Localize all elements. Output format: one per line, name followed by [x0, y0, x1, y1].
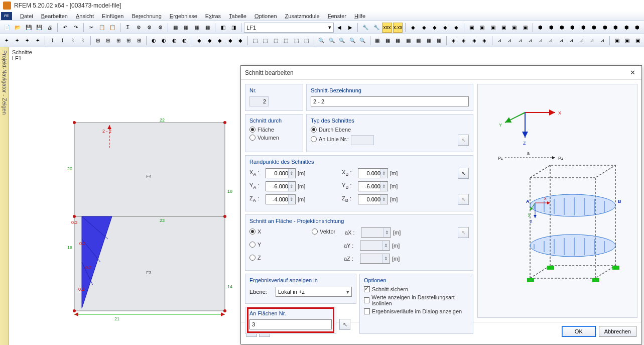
tb-r12-icon[interactable]: ▣	[488, 23, 497, 33]
tb-tool5-icon[interactable]: ▦	[181, 23, 191, 33]
ya-input[interactable]: -6.000	[266, 181, 296, 191]
menu-tabelle[interactable]: Tabelle	[225, 12, 250, 20]
t2-49-icon[interactable]: ⊿	[536, 36, 545, 46]
t2-17-icon[interactable]: ◐	[180, 36, 189, 46]
pick-flaechen-button[interactable]: ↖	[339, 319, 350, 330]
t2-29-icon[interactable]: 🔍	[317, 36, 326, 46]
t2-10-icon[interactable]: ⊞	[103, 36, 112, 46]
t2-46-icon[interactable]: ⊿	[505, 36, 514, 46]
cancel-button[interactable]: Abbrechen	[599, 326, 636, 337]
radio-ebene[interactable]: Durch Ebene	[311, 127, 469, 133]
radio-linie[interactable]: An Linie Nr.:	[311, 136, 349, 142]
tb-paste-icon[interactable]: 📋	[108, 23, 117, 33]
menu-extras[interactable]: Extras	[201, 12, 225, 20]
t2-48-icon[interactable]: ⊿	[526, 36, 535, 46]
tb-tool1-icon[interactable]: ⚙	[134, 23, 144, 33]
tb-redo-icon[interactable]: ↷	[71, 23, 81, 33]
menu-datei[interactable]: Datei	[16, 12, 37, 20]
radio-proj-z[interactable]: Z	[249, 255, 342, 261]
tb-r10-icon[interactable]: ▣	[467, 23, 476, 33]
t2-13-icon[interactable]: ⊞	[135, 36, 144, 46]
t2-1-icon[interactable]: ✦	[2, 36, 11, 46]
tb-r14-icon[interactable]: ▣	[509, 23, 519, 33]
t2-6-icon[interactable]: ⌇	[58, 36, 67, 46]
t2-21-icon[interactable]: ◆	[225, 36, 234, 46]
t2-31-icon[interactable]: 🔍	[337, 36, 346, 46]
tb-tool3-icon[interactable]: ⚙	[155, 23, 165, 33]
menu-bearbeiten[interactable]: Bearbeiten	[37, 12, 72, 20]
tb-calc-icon[interactable]: Σ	[123, 23, 133, 33]
t2-26-icon[interactable]: ⬚	[282, 36, 291, 46]
t2-39-icon[interactable]: ▦	[424, 36, 433, 46]
yb-input[interactable]: -6.000	[358, 181, 388, 191]
radio-proj-x[interactable]: X	[249, 228, 310, 235]
tb-print-icon[interactable]: 🖨	[45, 23, 55, 33]
tb-r22-icon[interactable]: ⬢	[600, 23, 610, 33]
t2-37-icon[interactable]: ▦	[404, 36, 413, 46]
tb-r17-icon[interactable]: ⬢	[546, 23, 556, 33]
t2-54-icon[interactable]: ⊿	[587, 36, 596, 46]
tb-saveall-icon[interactable]: 💾	[34, 23, 44, 33]
tb-r25-icon[interactable]: ⬢	[632, 23, 642, 33]
t2-2-icon[interactable]: ✦	[12, 36, 21, 46]
menu-hilfe[interactable]: Hilfe	[350, 12, 369, 20]
pick-ab-button[interactable]: ↖	[458, 168, 469, 179]
xb-input[interactable]: 0.000	[358, 168, 388, 178]
t2-9-icon[interactable]: ⊞	[93, 36, 102, 46]
t2-53-icon[interactable]: ⊿	[577, 36, 586, 46]
xa-input[interactable]: 0.000	[266, 168, 296, 178]
t2-58-icon[interactable]: ▣	[633, 36, 642, 46]
tb-r7-icon[interactable]: ◆	[430, 23, 439, 33]
t2-38-icon[interactable]: ▦	[414, 36, 423, 46]
t2-16-icon[interactable]: ◐	[170, 36, 179, 46]
tb-r23-icon[interactable]: ⬢	[611, 23, 620, 33]
t2-56-icon[interactable]: ▣	[612, 36, 621, 46]
tb-tool8-icon[interactable]: ◧	[218, 23, 227, 33]
tb-prev-icon[interactable]: ◀	[335, 23, 344, 33]
tb-r16-icon[interactable]: ⬢	[536, 23, 545, 33]
t2-18-icon[interactable]: ◆	[195, 36, 204, 46]
tb-r13-icon[interactable]: ▣	[499, 23, 508, 33]
tb-r8-icon[interactable]: ◆	[441, 23, 450, 33]
tb-r1-icon[interactable]: 🔧	[360, 23, 370, 33]
tb-r15-icon[interactable]: ▣	[521, 23, 530, 33]
menu-zusatzmodule[interactable]: Zusatzmodule	[281, 12, 324, 20]
tb-r2-icon[interactable]: 🔧	[371, 23, 381, 33]
t2-25-icon[interactable]: ⬚	[271, 36, 280, 46]
tb-r20-icon[interactable]: ⬢	[579, 23, 588, 33]
tb-r24-icon[interactable]: ⬢	[621, 23, 631, 33]
tb-r18-icon[interactable]: ⬢	[557, 23, 567, 33]
radio-proj-y[interactable]: Y	[249, 242, 342, 248]
t2-4-icon[interactable]: ✦	[33, 36, 42, 46]
tb-cut-icon[interactable]: ✂	[86, 23, 96, 33]
t2-30-icon[interactable]: 🔍	[327, 36, 336, 46]
plane-select[interactable]: Lokal in +z	[276, 287, 352, 297]
t2-14-icon[interactable]: ◐	[149, 36, 158, 46]
t2-19-icon[interactable]: ◆	[205, 36, 214, 46]
t2-7-icon[interactable]: ⌇	[68, 36, 77, 46]
t2-22-icon[interactable]: ◆	[236, 36, 245, 46]
t2-34-icon[interactable]: ▦	[372, 36, 381, 46]
tb-r3-icon[interactable]: xxx	[382, 23, 392, 33]
t2-20-icon[interactable]: ◆	[215, 36, 224, 46]
menu-optionen[interactable]: Optionen	[250, 12, 281, 20]
t2-42-icon[interactable]: ◈	[459, 36, 468, 46]
tb-tool6-icon[interactable]: ▦	[192, 23, 202, 33]
dialog-title-bar[interactable]: Schnitt bearbeiten ✕	[241, 66, 641, 80]
radio-volumen[interactable]: Volumen	[249, 135, 299, 141]
tb-r19-icon[interactable]: ⬢	[568, 23, 577, 33]
radio-flaeche[interactable]: Fläche	[249, 127, 299, 133]
tb-undo-icon[interactable]: ↶	[60, 23, 70, 33]
tb-r21-icon[interactable]: ⬢	[589, 23, 599, 33]
tb-next-icon[interactable]: ▶	[345, 23, 355, 33]
t2-15-icon[interactable]: ◐	[160, 36, 169, 46]
t2-11-icon[interactable]: ⊞	[114, 36, 123, 46]
radio-proj-vektor[interactable]: Vektor	[312, 228, 343, 235]
t2-5-icon[interactable]: ⌇	[48, 36, 57, 46]
tb-new-icon[interactable]: 📄	[2, 23, 12, 33]
tb-r6-icon[interactable]: ◆	[419, 23, 429, 33]
tb-save-icon[interactable]: 💾	[24, 23, 33, 33]
menu-logo[interactable]: FE	[1, 12, 12, 20]
check-verlaufe[interactable]: Ergebnisverläufe im Dialog anzeigen	[364, 308, 469, 314]
tb-copy-icon[interactable]: 📋	[97, 23, 106, 33]
